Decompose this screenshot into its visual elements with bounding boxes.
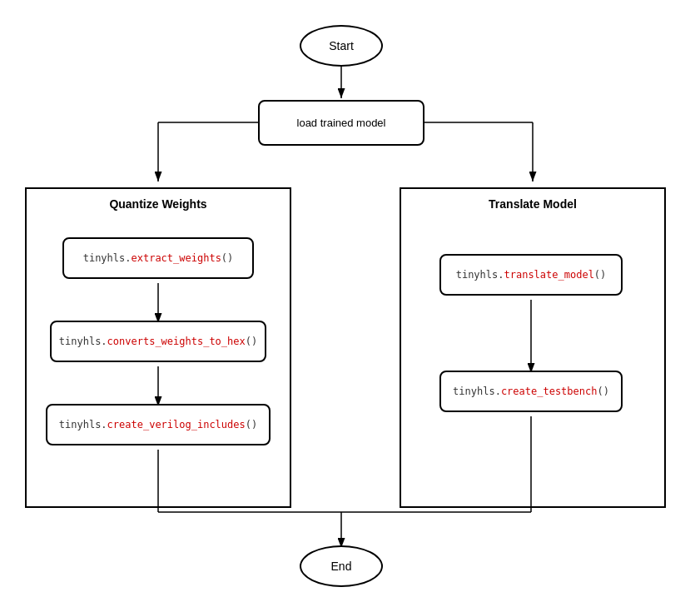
translate-model-node: tinyhls.translate_model() xyxy=(439,254,623,296)
create-testbench-label: tinyhls.create_testbench() xyxy=(453,386,609,397)
flowchart: Start load trained model Quantize Weight… xyxy=(0,0,700,612)
converts-weights-label: tinyhls.converts_weights_to_hex() xyxy=(59,336,257,347)
create-verilog-label: tinyhls.create_verilog_includes() xyxy=(59,419,257,430)
translate-group: Translate Model xyxy=(400,187,666,508)
create-verilog-node: tinyhls.create_verilog_includes() xyxy=(46,404,271,445)
translate-group-title: Translate Model xyxy=(401,197,664,211)
quantize-group-title: Quantize Weights xyxy=(27,197,290,211)
start-node: Start xyxy=(300,25,383,67)
extract-weights-label: tinyhls.extract_weights() xyxy=(83,252,234,264)
end-label: End xyxy=(331,560,352,573)
start-label: Start xyxy=(329,39,354,52)
translate-model-label: tinyhls.translate_model() xyxy=(456,269,607,281)
end-node: End xyxy=(300,545,383,587)
load-model-label: load trained model xyxy=(297,117,386,129)
create-testbench-node: tinyhls.create_testbench() xyxy=(439,371,623,412)
load-model-node: load trained model xyxy=(258,100,424,146)
extract-weights-node: tinyhls.extract_weights() xyxy=(62,237,254,279)
converts-weights-node: tinyhls.converts_weights_to_hex() xyxy=(50,321,266,362)
